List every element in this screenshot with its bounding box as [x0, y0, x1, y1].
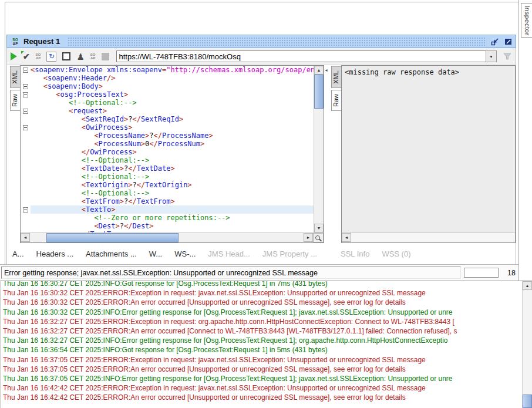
- xml-code-text[interactable]: <soapenv:Body>: [31, 82, 314, 90]
- xml-code-text[interactable]: <SextReqId>?</SextReqId>: [31, 115, 314, 123]
- collapse-left-icon[interactable]: ◄: [324, 68, 328, 73]
- xml-token: >: [141, 140, 145, 148]
- fold-toggle-icon[interactable]: [23, 92, 28, 97]
- endpoint-dropdown-button[interactable]: ▼: [486, 50, 497, 62]
- fold-toggle-icon[interactable]: [23, 84, 28, 89]
- add-to-testcase-button[interactable]: ✔: [23, 52, 30, 61]
- fold-toggle-icon[interactable]: [23, 207, 28, 213]
- xml-code-line: <OwiProcess>: [21, 123, 314, 131]
- create-empty-request-button[interactable]: [62, 52, 70, 60]
- editor-horizontal-scrollbar[interactable]: ◄ ►: [21, 232, 324, 242]
- xml-code-text[interactable]: <request>: [31, 107, 314, 115]
- xml-code-text[interactable]: <!--Optional:-->: [31, 156, 314, 164]
- editor-vertical-scrollbar[interactable]: ▲ ▼: [314, 66, 324, 232]
- request-tab-w[interactable]: W...: [149, 249, 162, 258]
- request-window-titlebar[interactable]: SO AP Request 1: [6, 35, 516, 48]
- zoom-icon[interactable]: [313, 233, 324, 242]
- xml-code-text[interactable]: <osg:ProcessText>: [31, 90, 314, 99]
- xml-code-text[interactable]: <!--Optional:-->: [31, 99, 314, 107]
- xml-code-text[interactable]: <Dest>?</Dest>: [31, 222, 314, 230]
- fold-gutter-cell: [21, 148, 31, 156]
- scroll-down-button[interactable]: ▼: [314, 224, 324, 232]
- xml-token: TextDate: [137, 164, 171, 173]
- xml-code-text[interactable]: <soapenv:Envelope xmlns:soapenv="http://…: [31, 66, 314, 74]
- scroll-up-button[interactable]: ▲: [523, 281, 532, 290]
- xml-code-text[interactable]: <ProcessName>?</ProcessName>: [31, 131, 314, 140]
- response-horizontal-scrollbar[interactable]: ◄: [342, 232, 515, 242]
- tab-inspector[interactable]: Inspector: [521, 3, 532, 38]
- xml-token: <: [82, 164, 86, 173]
- xml-code-text[interactable]: <!--Zero or more repetitions:-->: [31, 214, 314, 222]
- soap-request-icon: SO AP: [10, 38, 21, 46]
- xml-code-text[interactable]: <OwiProcess>: [31, 123, 314, 131]
- request-tab-attachments[interactable]: Attachments ...: [86, 249, 137, 258]
- add-to-mockservice-button[interactable]: SO AP: [36, 53, 41, 60]
- minimize-icon[interactable]: [491, 38, 499, 46]
- log-line: Thu Jan 16 16:32:27 CET 2025:INFO:Error …: [3, 336, 520, 345]
- fold-toggle-icon[interactable]: [23, 125, 28, 130]
- request-tab-headers[interactable]: Headers ...: [36, 249, 74, 258]
- xml-code-line: <!--Optional:-->: [21, 99, 314, 107]
- fold-toggle-icon[interactable]: [23, 68, 28, 73]
- xml-token: </: [128, 197, 136, 205]
- xml-token: [31, 173, 82, 181]
- scrollbar-thumb[interactable]: [523, 394, 532, 408]
- response-content[interactable]: <missing raw response data>: [342, 66, 515, 232]
- request-view-tab-raw[interactable]: Raw: [10, 90, 20, 111]
- xml-code-line: <!--Zero or more repetitions:-->: [21, 214, 314, 222]
- xml-code-text[interactable]: </OwiProcess>: [31, 148, 314, 156]
- xml-code-text[interactable]: <TextOrigin>?</TextOrigin>: [31, 181, 314, 189]
- scrollbar-thumb[interactable]: [314, 75, 324, 109]
- log-line: Thu Jan 16 16:37:05 CET 2025:ERROR:Excep…: [3, 355, 520, 365]
- scroll-left-button[interactable]: ◄: [342, 233, 351, 242]
- xml-token: ?: [120, 222, 124, 230]
- inspector-strip: Inspector: [518, 0, 532, 281]
- fold-gutter-cell: [21, 115, 31, 123]
- request-xml-editor: <soapenv:Envelope xmlns:soapenv="http://…: [20, 65, 324, 243]
- xml-code-text[interactable]: <TextTo>: [31, 205, 314, 214]
- fold-toggle-icon[interactable]: [23, 109, 28, 114]
- recreate-request-button[interactable]: ↻: [46, 52, 56, 62]
- split-divider[interactable]: ◄: [324, 65, 328, 243]
- fold-gutter-cell: [21, 205, 31, 214]
- desktop-panel: SO AP Request 1 ✔ SO: [5, 2, 518, 271]
- xml-token: OwiProcess: [90, 148, 132, 156]
- xml-token: >: [103, 107, 107, 115]
- cancel-request-button[interactable]: [102, 53, 109, 60]
- xml-token: Dest: [132, 222, 149, 230]
- xml-editor-content[interactable]: <soapenv:Envelope xmlns:soapenv="http://…: [21, 66, 314, 232]
- xml-token: <: [56, 90, 60, 99]
- log-vertical-scrollbar[interactable]: ▲: [522, 281, 532, 408]
- maximize-icon[interactable]: [504, 38, 513, 46]
- scrollbar-track[interactable]: [30, 233, 304, 242]
- log-line: Thu Jan 16 16:32:27 CET 2025:ERROR:Excep…: [3, 317, 520, 326]
- xml-token: <!--Optional:-->: [82, 156, 150, 164]
- xml-code-text[interactable]: <TextFrom>?</TextFrom>: [31, 197, 314, 205]
- submit-request-button[interactable]: [11, 52, 17, 60]
- change-operation-button[interactable]: ♟: [76, 52, 84, 61]
- xml-code-text[interactable]: <!--Optional:-->: [31, 189, 314, 197]
- xml-code-text[interactable]: <ProcessNum>0</ProcessNum>: [31, 140, 314, 148]
- request-tab-ws[interactable]: WS-...: [174, 249, 196, 258]
- endpoint-url-input[interactable]: [116, 50, 486, 62]
- scrollbar-track[interactable]: [351, 233, 515, 242]
- response-view-tab-xml[interactable]: XML: [331, 66, 341, 88]
- request-response-split: XMLRaw <soapenv:Envelope xmlns:soapenv="…: [6, 65, 516, 243]
- response-view-tab-raw[interactable]: Raw: [331, 90, 341, 111]
- fold-gutter-cell: [21, 214, 31, 222]
- scroll-right-button[interactable]: ►: [304, 233, 313, 242]
- xml-code-text[interactable]: <soapenv:Header/>: [31, 74, 314, 82]
- scrollbar-thumb[interactable]: [46, 233, 179, 242]
- xml-code-text[interactable]: <TextDate>?</TextDate>: [31, 164, 314, 173]
- soap-icon-bottom-text: AP: [10, 42, 21, 46]
- xml-code-line: </OwiProcess>: [21, 148, 314, 156]
- request-tab-a[interactable]: A...: [12, 249, 24, 258]
- request-view-tab-xml[interactable]: XML: [10, 66, 20, 88]
- scroll-up-button[interactable]: ▲: [314, 66, 324, 75]
- xml-code-text[interactable]: <!--Optional:-->: [31, 173, 314, 181]
- scroll-left-button[interactable]: ◄: [21, 233, 30, 242]
- xml-code-line: <TextTo>: [21, 205, 314, 214]
- response-tab-ssl-info: SSL Info: [341, 249, 369, 258]
- create-mockservice-button[interactable]: SO AP: [90, 53, 96, 60]
- xml-token: TextDate: [86, 164, 120, 173]
